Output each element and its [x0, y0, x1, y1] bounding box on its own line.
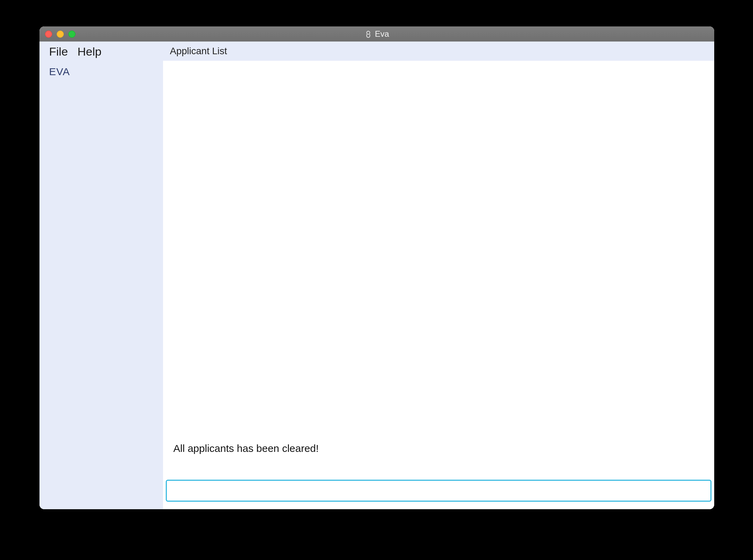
window-body: File Help EVA Applicant List All applica…: [39, 42, 714, 509]
command-wrap: [163, 480, 714, 509]
main-area: Applicant List All applicants has been c…: [163, 42, 714, 509]
menubar: File Help: [39, 42, 163, 61]
menu-file[interactable]: File: [49, 45, 68, 58]
window-controls: [45, 31, 76, 38]
title-center: Eva: [39, 29, 714, 39]
status-message: All applicants has been cleared!: [173, 439, 704, 463]
sidebar: File Help EVA: [39, 42, 163, 509]
titlebar: Eva: [39, 26, 714, 42]
applicant-list-area: [163, 61, 714, 439]
app-window: Eva File Help EVA Applicant List All app…: [39, 26, 714, 509]
status-area: All applicants has been cleared!: [163, 439, 714, 480]
close-window-button[interactable]: [45, 31, 52, 38]
applicant-list-header: Applicant List: [163, 42, 714, 61]
window-title: Eva: [375, 29, 389, 39]
app-icon: [364, 30, 372, 38]
command-input[interactable]: [166, 480, 711, 502]
brand-label: EVA: [39, 61, 163, 82]
menu-help[interactable]: Help: [78, 45, 102, 58]
svg-point-0: [367, 31, 370, 34]
maximize-window-button[interactable]: [68, 31, 76, 38]
minimize-window-button[interactable]: [57, 31, 64, 38]
